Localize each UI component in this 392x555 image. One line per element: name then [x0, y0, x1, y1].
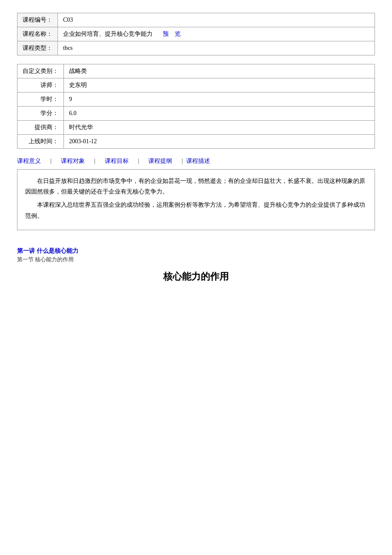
table-row: 课程类型： tbcs	[17, 41, 375, 55]
value-course-name: 企业如何培育、提升核心竞争能力 预 览	[58, 27, 375, 41]
description-paragraph-2: 本课程深入总结世界五百强企业的成功经验，运用案例分析等教学方法，为希望培育、提升…	[25, 199, 367, 221]
course-table-2: 自定义类别： 战略类 讲师： 史东明 学时： 9 学分： 6.0 提供商： 时代…	[17, 64, 375, 149]
nav-link-meaning[interactable]: 课程意义	[17, 157, 41, 165]
preview-link[interactable]: 预 览	[163, 31, 181, 37]
value-course-type: tbcs	[58, 41, 375, 55]
nav-link-outline[interactable]: 课程提纲	[148, 157, 172, 165]
label-credits: 学分：	[17, 107, 64, 121]
value-custom-category: 战略类	[64, 64, 375, 78]
table-row: 学分： 6.0	[17, 107, 375, 121]
table-row: 讲师： 史东明	[17, 78, 375, 92]
table-row: 学时： 9	[17, 92, 375, 107]
nav-link-description[interactable]: 课程描述	[186, 157, 210, 165]
label-provider: 提供商：	[17, 121, 64, 135]
course-table-1: 课程编号： C03 课程名称： 企业如何培育、提升核心竞争能力 预 览 课程类型…	[17, 13, 375, 55]
table-row: 课程编号： C03	[17, 13, 375, 27]
label-course-name: 课程名称：	[17, 27, 58, 41]
nav-sep-4: |	[176, 157, 183, 165]
nav-sep-2: |	[88, 157, 101, 165]
label-course-id: 课程编号：	[17, 13, 58, 27]
label-custom-category: 自定义类别：	[17, 64, 64, 78]
nav-sep-1: |	[44, 157, 58, 165]
nav-link-goal[interactable]: 课程目标	[105, 157, 129, 165]
nav-links-container: 课程意义 | 课程对象 | 课程目标 | 课程提纲 | 课程描述	[17, 157, 375, 165]
label-instructor: 讲师：	[17, 78, 64, 92]
value-course-id: C03	[58, 13, 375, 27]
value-credits: 6.0	[64, 107, 375, 121]
table-row: 上线时间： 2003-01-12	[17, 135, 375, 149]
value-provider: 时代光华	[64, 121, 375, 135]
label-online-date: 上线时间：	[17, 135, 64, 149]
table-row: 提供商： 时代光华	[17, 121, 375, 135]
course-name-text: 企业如何培育、提升核心竞争能力	[63, 31, 153, 37]
table-row: 课程名称： 企业如何培育、提升核心竞争能力 预 览	[17, 27, 375, 41]
table-row: 自定义类别： 战略类	[17, 64, 375, 78]
value-instructor: 史东明	[64, 78, 375, 92]
description-box: 在日益开放和日趋激烈的市场竞争中，有的企业如昙花一现，悄然逝去；有的企业却日益壮…	[17, 169, 375, 230]
chapter-title-link[interactable]: 第一讲 什么是核心能力	[17, 248, 78, 254]
chapter-section: 第一讲 什么是核心能力 第一节 核心能力的作用	[17, 247, 375, 263]
nav-sep-3: |	[132, 157, 145, 165]
nav-link-target[interactable]: 课程对象	[61, 157, 85, 165]
value-online-date: 2003-01-12	[64, 135, 375, 149]
label-course-type: 课程类型：	[17, 41, 58, 55]
description-paragraph-1: 在日益开放和日趋激烈的市场竞争中，有的企业如昙花一现，悄然逝去；有的企业却日益壮…	[25, 176, 367, 197]
main-heading: 核心能力的作用	[17, 270, 375, 283]
section-title: 第一节 核心能力的作用	[17, 256, 375, 263]
value-study-hours: 9	[64, 92, 375, 107]
label-study-hours: 学时：	[17, 92, 64, 107]
